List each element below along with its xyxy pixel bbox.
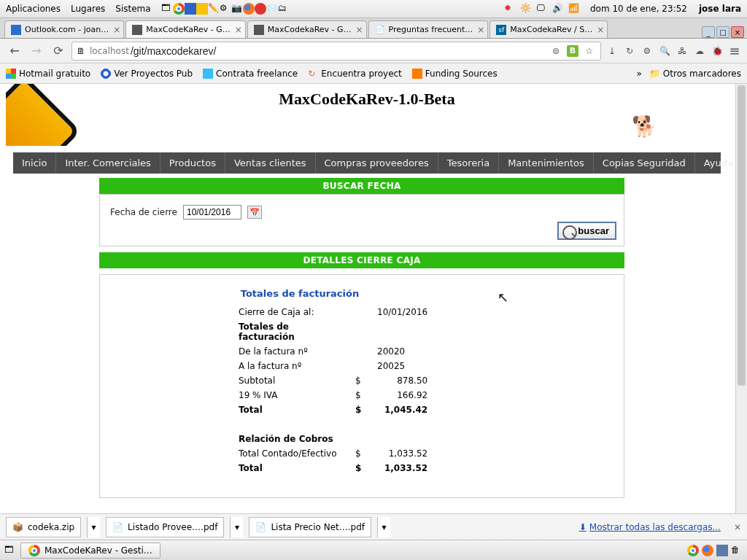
tray-icon[interactable]: 🗔 bbox=[161, 3, 173, 15]
nav-compras[interactable]: Compras proveedores bbox=[316, 152, 438, 174]
lbl-totales: Totales de facturación bbox=[234, 319, 351, 344]
nav-copias[interactable]: Copias Seguridad bbox=[594, 152, 695, 174]
reader-icon[interactable]: ⊚ bbox=[549, 44, 562, 58]
close-icon[interactable]: × bbox=[477, 25, 484, 35]
address-bar[interactable]: 🗎 localhost ⊚ B ☆ bbox=[71, 42, 601, 61]
tray-firefox-icon[interactable] bbox=[243, 3, 255, 15]
url-host: localhost bbox=[90, 46, 129, 56]
tray-chrome-icon[interactable] bbox=[173, 3, 185, 15]
tray-icon[interactable] bbox=[185, 3, 196, 15]
nav-comerciales[interactable]: Inter. Comerciales bbox=[56, 152, 160, 174]
tab-label: MaxCodeKaRev - G… bbox=[146, 25, 231, 34]
nav-inicio[interactable]: Inicio bbox=[13, 152, 56, 174]
download-item[interactable]: 📄Listado Provee….pdf bbox=[106, 517, 224, 537]
workspace-icon[interactable] bbox=[716, 545, 728, 556]
tab-maxcode-active[interactable]: MaxCodeKaRev - G…× bbox=[125, 20, 246, 38]
close-icon[interactable]: × bbox=[235, 25, 242, 35]
dev-icon[interactable]: 🖧 bbox=[676, 44, 689, 58]
pdf-icon: 📄 bbox=[255, 522, 266, 532]
tray-gear-icon[interactable]: ✸ bbox=[504, 3, 516, 15]
nav-productos[interactable]: Productos bbox=[160, 152, 225, 174]
bookmark-freelance[interactable]: Contrata freelance bbox=[203, 69, 298, 79]
close-icon[interactable]: × bbox=[356, 25, 363, 35]
show-all-downloads[interactable]: ⬇Mostrar todas las descargas... bbox=[579, 522, 721, 532]
refresh-ext-icon[interactable]: ↻ bbox=[623, 44, 636, 58]
scrollbar-thumb[interactable] bbox=[738, 85, 746, 386]
nav-ventas[interactable]: Ventas clientes bbox=[225, 152, 316, 174]
search-ext-icon[interactable]: 🔍 bbox=[658, 44, 671, 58]
menu-button[interactable]: ≡ bbox=[728, 44, 741, 58]
tray-icon[interactable]: 🗂 bbox=[278, 3, 290, 15]
download-icon[interactable]: ⤓ bbox=[605, 44, 619, 58]
search-button[interactable]: buscar bbox=[557, 222, 616, 240]
bookmark-projects[interactable]: Ver Proyectos Pub bbox=[101, 69, 193, 79]
os-menu-places[interactable]: Lugares bbox=[71, 4, 105, 14]
val-cierre: 10/01/2016 bbox=[373, 305, 432, 319]
page-icon: 📄 bbox=[375, 25, 385, 35]
tray-icon[interactable]: 📷 bbox=[231, 3, 243, 15]
bootstrap-icon[interactable]: B bbox=[567, 45, 578, 57]
chevron-down-icon[interactable]: ▾ bbox=[230, 517, 243, 537]
gear-icon[interactable]: ⚙ bbox=[640, 44, 654, 58]
tray-icon[interactable]: ⚙ bbox=[220, 3, 231, 15]
currency: $ bbox=[351, 373, 373, 388]
dog-icon: 🐕 bbox=[632, 114, 657, 139]
download-item[interactable]: 📄Lista Precio Net….pdf bbox=[249, 517, 371, 537]
close-downloads-button[interactable]: × bbox=[734, 522, 741, 532]
chrome-icon[interactable] bbox=[687, 545, 699, 556]
tab-faq[interactable]: 📄Preguntas frecuent…× bbox=[368, 20, 489, 38]
taskbar-window[interactable]: MaxCodeKaRev - Gesti… bbox=[20, 542, 160, 559]
other-bookmarks[interactable]: 📁Otros marcadores bbox=[649, 69, 741, 79]
url-input[interactable] bbox=[131, 45, 549, 57]
taskbar-tray: 🗑 bbox=[687, 545, 743, 556]
nav-mantenimientos[interactable]: Mantenimientos bbox=[499, 152, 594, 174]
user-menu[interactable]: jose lara bbox=[699, 4, 741, 14]
nav-tesoreria[interactable]: Tesoreria bbox=[438, 152, 499, 174]
os-menu-system[interactable]: Sistema bbox=[115, 4, 150, 14]
donut-icon bbox=[101, 69, 111, 79]
val-from: 20020 bbox=[373, 344, 432, 359]
close-icon[interactable]: × bbox=[597, 25, 604, 35]
tab-outlook[interactable]: Outlook.com - joan…× bbox=[4, 20, 124, 38]
lbl-from: De la factura nº bbox=[234, 344, 351, 359]
minimize-button[interactable]: _ bbox=[702, 26, 715, 38]
chevron-down-icon[interactable]: ▾ bbox=[87, 517, 100, 537]
chevron-down-icon[interactable]: ▾ bbox=[377, 517, 390, 537]
tab-maxcode-2[interactable]: MaxCodekaRev - G…× bbox=[247, 20, 367, 38]
os-menu-apps[interactable]: Aplicaciones bbox=[6, 4, 61, 14]
trash-icon[interactable]: 🗑 bbox=[731, 545, 743, 556]
back-button[interactable]: ← bbox=[6, 42, 23, 60]
show-desktop-icon[interactable]: 🗔 bbox=[4, 545, 16, 556]
tray-icon[interactable] bbox=[196, 3, 208, 15]
close-window-button[interactable]: × bbox=[731, 26, 744, 38]
maximize-button[interactable]: □ bbox=[716, 26, 729, 38]
volume-icon[interactable]: 🔊 bbox=[552, 3, 564, 15]
tray-icon[interactable]: 🖵 bbox=[536, 3, 548, 15]
reload-button[interactable]: ⟳ bbox=[50, 42, 67, 60]
currency: $ bbox=[351, 446, 373, 461]
download-item[interactable]: 📦codeka.zip bbox=[6, 517, 81, 537]
bookmark-find[interactable]: ↻Encuentra proyect bbox=[308, 69, 402, 79]
firebug-icon[interactable]: 🐞 bbox=[711, 44, 724, 58]
calendar-button[interactable]: 📅 bbox=[247, 206, 262, 219]
date-input[interactable] bbox=[183, 205, 241, 219]
search-header: BUSCAR FECHA bbox=[99, 178, 624, 194]
tab-sf[interactable]: sfMaxCodekaRev / S…× bbox=[489, 20, 608, 38]
firefox-icon[interactable] bbox=[702, 545, 713, 556]
scrollbar[interactable] bbox=[735, 84, 747, 513]
bookmark-label: Encuentra proyect bbox=[321, 69, 402, 79]
bookmarks-overflow[interactable]: » bbox=[637, 69, 642, 79]
close-icon[interactable]: × bbox=[113, 25, 120, 35]
tray-icon[interactable]: ✏️ bbox=[208, 3, 220, 15]
tray-icon[interactable]: 🔆 bbox=[520, 3, 532, 15]
star-icon[interactable]: ☆ bbox=[583, 44, 596, 58]
bookmark-funding[interactable]: Funding Sources bbox=[412, 69, 498, 79]
tray-icon[interactable]: 📨 bbox=[266, 3, 278, 15]
bookmark-hotmail[interactable]: Hotmail gratuito bbox=[6, 69, 90, 79]
download-label: Lista Precio Net….pdf bbox=[271, 522, 365, 532]
tray-opera-icon[interactable] bbox=[255, 3, 266, 15]
clock[interactable]: dom 10 de ene, 23:52 bbox=[590, 4, 687, 14]
cloud-icon[interactable]: ☁ bbox=[693, 44, 706, 58]
outlook-icon bbox=[11, 25, 21, 35]
network-icon[interactable]: 📶 bbox=[568, 3, 580, 15]
